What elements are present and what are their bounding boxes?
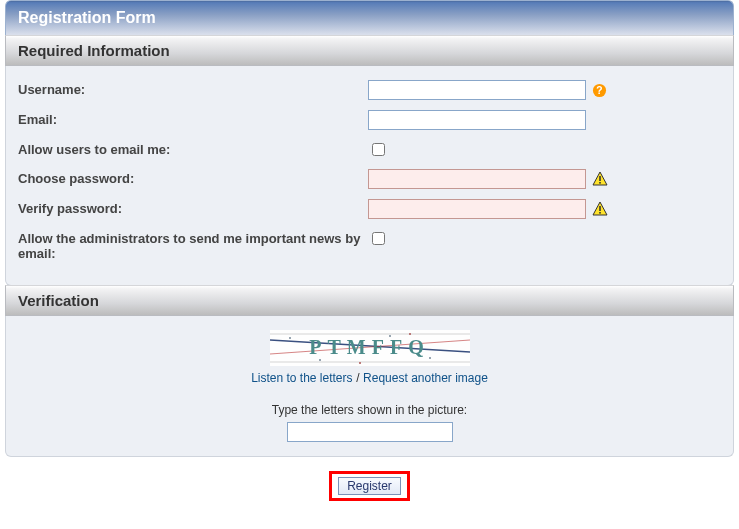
username-input[interactable] <box>368 80 586 100</box>
row-username: Username: ? <box>18 80 721 100</box>
section-verification-title: Verification <box>18 292 99 309</box>
email-input[interactable] <box>368 110 586 130</box>
verify-password-label: Verify password: <box>18 199 368 216</box>
svg-rect-6 <box>599 206 601 211</box>
row-verify-password: Verify password: <box>18 199 721 219</box>
admin-news-label: Allow the administrators to send me impo… <box>18 229 368 261</box>
page-title: Registration Form <box>18 9 156 26</box>
row-choose-password: Choose password: <box>18 169 721 189</box>
allow-email-checkbox[interactable] <box>372 143 385 156</box>
verify-password-input[interactable] <box>368 199 586 219</box>
link-separator: / <box>356 371 359 385</box>
choose-password-label: Choose password: <box>18 169 368 186</box>
help-icon[interactable]: ? <box>592 83 607 98</box>
section-required-title: Required Information <box>18 42 170 59</box>
svg-rect-4 <box>599 182 601 184</box>
verification-panel: PTMFFQ Listen to the letters / Request a… <box>5 316 734 457</box>
listen-link[interactable]: Listen to the letters <box>251 371 352 385</box>
svg-point-12 <box>289 337 291 339</box>
svg-point-17 <box>409 333 411 335</box>
row-allow-email: Allow users to email me: <box>18 140 721 159</box>
section-verification-header: Verification <box>5 285 734 316</box>
register-highlight: Register <box>329 471 410 501</box>
choose-password-input[interactable] <box>368 169 586 189</box>
username-label: Username: <box>18 80 368 97</box>
type-letters-label: Type the letters shown in the picture: <box>18 403 721 417</box>
svg-point-13 <box>319 359 321 361</box>
admin-news-checkbox[interactable] <box>372 232 385 245</box>
allow-email-label: Allow users to email me: <box>18 140 368 157</box>
captcha-input[interactable] <box>287 422 453 442</box>
svg-rect-3 <box>599 176 601 181</box>
row-admin-news: Allow the administrators to send me impo… <box>18 229 721 261</box>
svg-text:?: ? <box>596 85 602 96</box>
warning-icon <box>592 201 608 217</box>
register-row: Register <box>5 457 734 515</box>
request-image-link[interactable]: Request another image <box>363 371 488 385</box>
captcha-links: Listen to the letters / Request another … <box>18 370 721 385</box>
row-email: Email: <box>18 110 721 130</box>
register-button[interactable]: Register <box>338 477 401 495</box>
captcha-image: PTMFFQ <box>270 330 470 366</box>
email-label: Email: <box>18 110 368 127</box>
svg-rect-7 <box>599 212 601 214</box>
section-required-header: Required Information <box>5 35 734 66</box>
captcha-text: PTMFFQ <box>309 336 429 358</box>
svg-point-16 <box>359 362 361 364</box>
page-title-bar: Registration Form <box>5 0 734 35</box>
warning-icon <box>592 171 608 187</box>
required-info-panel: Username: ? Email: Allow users to email … <box>5 66 734 286</box>
